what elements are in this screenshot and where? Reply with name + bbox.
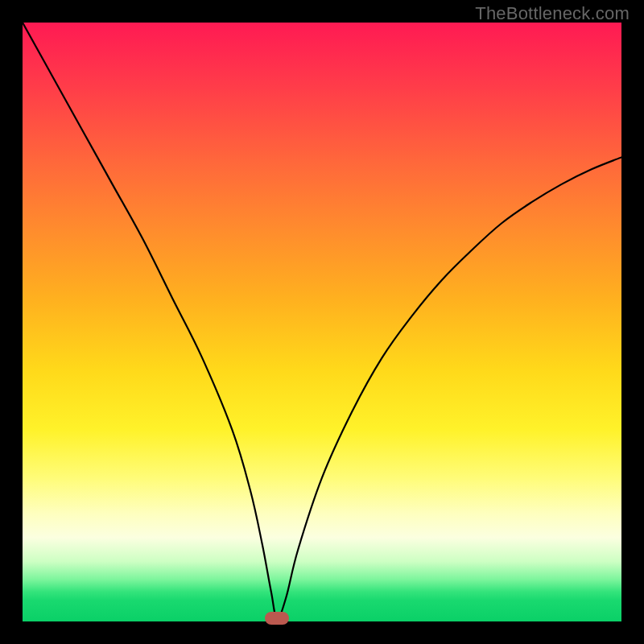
chart-frame: TheBottleneck.com — [0, 0, 644, 644]
bottleneck-curve — [23, 23, 621, 621]
minimum-marker — [265, 612, 289, 625]
watermark-text: TheBottleneck.com — [475, 3, 630, 24]
plot-area — [23, 23, 621, 621]
